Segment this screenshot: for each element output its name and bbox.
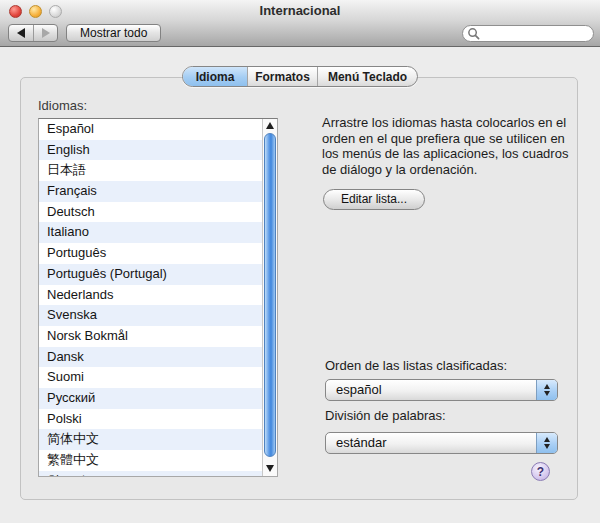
show-all-button[interactable]: Mostrar todo — [66, 24, 161, 42]
tab-menu-teclado[interactable]: Menú Teclado — [317, 67, 417, 86]
sort-order-label: Orden de las listas clasificadas: — [325, 358, 507, 373]
window-title: Internacional — [0, 0, 600, 22]
traffic-lights — [9, 5, 62, 18]
sort-order-value: español — [326, 380, 536, 400]
tab-bar: Idioma Formatos Menú Teclado — [182, 66, 418, 87]
help-button[interactable]: ? — [531, 462, 550, 481]
search-input[interactable] — [480, 27, 589, 41]
back-button[interactable] — [9, 25, 33, 41]
forward-arrow-icon — [42, 28, 50, 38]
list-item[interactable]: Dansk — [39, 347, 262, 368]
list-item[interactable]: Italiano — [39, 222, 262, 243]
list-item[interactable]: Svenska — [39, 305, 262, 326]
language-list-rows: EspañolEnglish日本語FrançaisDeutschItaliano… — [39, 119, 262, 476]
preferences-window: Internacional Mostrar todo Idioma Format… — [0, 0, 600, 523]
popup-down-arrow-icon — [544, 444, 550, 449]
list-item[interactable]: 한국어 — [39, 471, 262, 476]
window-header: Internacional Mostrar todo — [0, 0, 600, 47]
popup-up-arrow-icon — [544, 384, 550, 389]
minimize-button[interactable] — [29, 5, 42, 18]
scroll-down-arrow-icon[interactable] — [266, 465, 274, 472]
word-division-label: División de palabras: — [325, 408, 446, 423]
drag-instructions-text: Arrastre los idiomas hasta colocarlos en… — [322, 115, 582, 177]
languages-label: Idiomas: — [38, 98, 87, 113]
zoom-button-disabled — [49, 5, 62, 18]
list-item[interactable]: Русский — [39, 388, 262, 409]
search-icon — [467, 27, 480, 40]
popup-stepper-icon — [536, 433, 557, 453]
list-item[interactable]: English — [39, 140, 262, 161]
tab-formatos[interactable]: Formatos — [247, 67, 317, 86]
list-item[interactable]: Suomi — [39, 367, 262, 388]
popup-down-arrow-icon — [544, 391, 550, 396]
history-nav — [8, 24, 58, 42]
list-item[interactable]: Français — [39, 181, 262, 202]
popup-up-arrow-icon — [544, 437, 550, 442]
scrollbar-thumb[interactable] — [264, 133, 276, 457]
list-item[interactable]: Português (Portugal) — [39, 264, 262, 285]
vertical-scrollbar[interactable] — [262, 119, 277, 476]
word-division-popup[interactable]: estándar — [325, 432, 558, 454]
list-item[interactable]: 简体中文 — [39, 429, 262, 450]
list-item[interactable]: Deutsch — [39, 202, 262, 223]
list-item[interactable]: Polski — [39, 409, 262, 430]
list-item[interactable]: Español — [39, 119, 262, 140]
edit-list-button[interactable]: Editar lista... — [323, 189, 425, 210]
list-item[interactable]: Nederlands — [39, 285, 262, 306]
list-item[interactable]: 日本語 — [39, 160, 262, 181]
close-button[interactable] — [9, 5, 22, 18]
popup-stepper-icon — [536, 380, 557, 400]
scroll-up-arrow-icon[interactable] — [266, 122, 274, 129]
language-listbox: EspañolEnglish日本語FrançaisDeutschItaliano… — [38, 118, 278, 477]
sort-order-popup[interactable]: español — [325, 379, 558, 401]
tab-idioma[interactable]: Idioma — [183, 67, 247, 86]
list-item[interactable]: 繁體中文 — [39, 450, 262, 471]
search-field[interactable] — [462, 25, 594, 42]
back-arrow-icon — [17, 28, 25, 38]
list-item[interactable]: Norsk Bokmål — [39, 326, 262, 347]
forward-button-disabled — [33, 25, 57, 41]
list-item[interactable]: Português — [39, 243, 262, 264]
word-division-value: estándar — [326, 433, 536, 453]
